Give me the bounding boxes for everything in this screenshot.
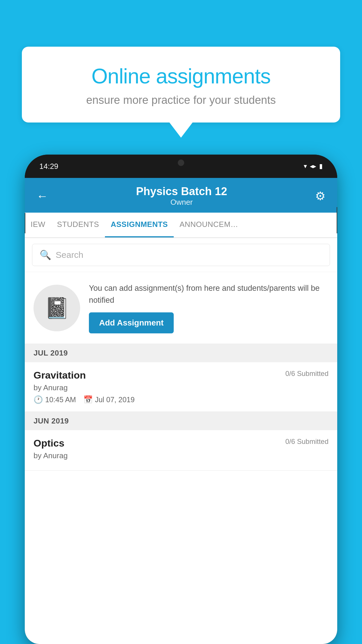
camera <box>178 160 184 166</box>
speech-bubble: Online assignments ensure more practice … <box>22 47 340 123</box>
promo-content: You can add assignment(s) from here and … <box>89 282 328 333</box>
header-title: Physics Batch 12 <box>48 185 315 198</box>
assignment-date: 📅 Jul 07, 2019 <box>83 395 135 404</box>
section-header-jul: JUL 2019 <box>25 344 337 362</box>
assignment-header: Gravitation 0/6 Submitted <box>34 370 328 381</box>
power-button <box>337 207 337 233</box>
submitted-badge-optics: 0/6 Submitted <box>285 438 328 446</box>
phone-screen: ← Physics Batch 12 Owner ⚙ IEW STUDENTS … <box>25 178 337 644</box>
phone-frame: 14:29 ▾ ◂▸ ▮ ← Physics Batch 12 Owner ⚙ … <box>25 155 337 644</box>
time-value: 10:45 AM <box>45 396 76 404</box>
section-header-jun: JUN 2019 <box>25 412 337 430</box>
assignment-time: 🕐 10:45 AM <box>34 395 76 404</box>
clock-icon: 🕐 <box>34 395 43 404</box>
assignment-by-gravitation: by Anurag <box>34 383 328 392</box>
assignment-by-optics: by Anurag <box>34 451 328 460</box>
tab-students[interactable]: STUDENTS <box>51 213 105 237</box>
assignment-item-gravitation[interactable]: Gravitation 0/6 Submitted by Anurag 🕐 10… <box>25 362 337 412</box>
promo-icon-circle: 📓 <box>34 285 80 331</box>
header-subtitle: Owner <box>48 198 315 207</box>
tab-assignments[interactable]: ASSIGNMENTS <box>105 213 174 237</box>
status-time: 14:29 <box>39 162 58 171</box>
section-label-jul: JUL 2019 <box>34 349 68 357</box>
promo-section: 📓 You can add assignment(s) from here an… <box>25 272 337 344</box>
bubble-subtitle: ensure more practice for your students <box>45 94 317 106</box>
status-bar: 14:29 ▾ ◂▸ ▮ <box>25 155 337 178</box>
assignment-meta-gravitation: 🕐 10:45 AM 📅 Jul 07, 2019 <box>34 395 328 404</box>
search-container: 🔍 Search <box>25 238 337 272</box>
promo-text: You can add assignment(s) from here and … <box>89 282 328 306</box>
back-button[interactable]: ← <box>36 190 48 203</box>
tabs: IEW STUDENTS ASSIGNMENTS ANNOUNCEM… <box>25 213 337 238</box>
wifi-icon: ▾ <box>304 162 307 170</box>
assignment-name-optics: Optics <box>34 438 64 449</box>
section-label-jun: JUN 2019 <box>34 416 69 425</box>
header-center: Physics Batch 12 Owner <box>48 185 315 207</box>
assignment-header-optics: Optics 0/6 Submitted <box>34 438 328 449</box>
app-header: ← Physics Batch 12 Owner ⚙ <box>25 178 337 213</box>
phone-notch <box>155 155 207 171</box>
assignment-item-optics[interactable]: Optics 0/6 Submitted by Anurag <box>25 430 337 471</box>
speech-bubble-container: Online assignments ensure more practice … <box>22 47 340 123</box>
submitted-badge-gravitation: 0/6 Submitted <box>285 370 328 378</box>
status-icons: ▾ ◂▸ ▮ <box>304 162 323 170</box>
settings-icon[interactable]: ⚙ <box>315 189 326 203</box>
search-bar[interactable]: 🔍 Search <box>32 244 330 266</box>
volume-button <box>25 213 25 233</box>
search-icon: 🔍 <box>40 249 51 260</box>
assignment-name-gravitation: Gravitation <box>34 370 86 381</box>
date-value: Jul 07, 2019 <box>95 396 135 404</box>
search-placeholder: Search <box>56 250 83 260</box>
battery-icon: ▮ <box>319 162 323 170</box>
notebook-icon: 📓 <box>44 296 70 320</box>
add-assignment-button[interactable]: Add Assignment <box>89 312 174 333</box>
bubble-title: Online assignments <box>45 64 317 88</box>
tab-iew[interactable]: IEW <box>25 213 51 237</box>
calendar-icon: 📅 <box>83 395 93 404</box>
tab-announcements[interactable]: ANNOUNCEM… <box>174 213 244 237</box>
signal-icon: ◂▸ <box>310 162 316 170</box>
